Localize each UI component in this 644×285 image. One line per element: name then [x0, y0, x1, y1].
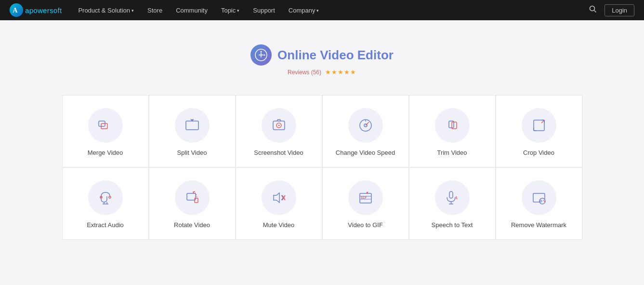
- remove-watermark-icon: [530, 189, 548, 207]
- video-to-gif-icon: GIF: [356, 189, 375, 207]
- nav-store[interactable]: Store: [141, 0, 169, 20]
- svg-point-1: [590, 6, 595, 11]
- svg-text:GIF: GIF: [361, 196, 367, 200]
- tool-rotate-video[interactable]: Rotate Video: [149, 167, 236, 240]
- tool-change-video-speed[interactable]: Change Video Speed: [322, 95, 409, 167]
- remove-watermark-icon-wrapper: [522, 180, 556, 215]
- logo-text: apowersoft: [25, 6, 62, 14]
- extract-audio-icon: [96, 189, 115, 207]
- screenshot-video-label: Screenshot Video: [249, 149, 308, 157]
- svg-line-2: [594, 11, 596, 13]
- reviews-label: Reviews (56): [288, 69, 321, 76]
- extract-audio-label: Extract Audio: [82, 221, 129, 230]
- nav-community[interactable]: Community: [169, 0, 214, 20]
- svg-point-31: [109, 196, 111, 198]
- app-title: Online Video Editor: [277, 48, 394, 63]
- tool-speech-to-text[interactable]: A Speech to Text: [409, 167, 496, 240]
- mute-video-icon-wrapper: [262, 180, 296, 215]
- split-video-label: Split Video: [172, 149, 212, 157]
- speech-to-text-label: Speech to Text: [427, 221, 478, 230]
- tool-remove-watermark[interactable]: Remove Watermark: [496, 167, 582, 240]
- trim-video-icon: [443, 116, 461, 135]
- tool-trim-video[interactable]: Trim Video: [409, 95, 496, 167]
- svg-point-6: [261, 51, 262, 53]
- nav-right: Login: [587, 3, 634, 17]
- nav-support[interactable]: Support: [246, 0, 282, 20]
- nav-product-solution[interactable]: Product & Solution ▾: [71, 0, 141, 20]
- tool-extract-audio[interactable]: Extract Audio: [62, 167, 149, 240]
- rotate-video-label: Rotate Video: [169, 221, 215, 230]
- remove-watermark-label: Remove Watermark: [506, 221, 571, 230]
- nav-topic[interactable]: Topic ▾: [214, 0, 246, 20]
- svg-text:A: A: [13, 6, 18, 14]
- rotate-video-icon: [183, 189, 201, 207]
- logo-icon: A: [10, 3, 23, 17]
- tools-row-2: Extract Audio Rotate Video: [57, 167, 587, 240]
- tool-screenshot-video[interactable]: Screenshot Video: [236, 95, 322, 167]
- search-icon[interactable]: [587, 3, 599, 17]
- change-video-speed-icon-wrapper: [348, 108, 383, 143]
- speech-to-text-icon: A: [443, 189, 461, 207]
- main-content: Online Video Editor Reviews (56) ★★★★★ M…: [0, 20, 644, 254]
- chevron-down-icon: ▾: [237, 8, 239, 13]
- merge-video-icon: [96, 116, 115, 135]
- app-icon: [250, 44, 272, 66]
- svg-text:A: A: [454, 195, 458, 200]
- video-to-gif-label: Video to GIF: [343, 221, 388, 230]
- nav-company[interactable]: Company ▾: [282, 0, 326, 20]
- crop-video-label: Crop Video: [518, 149, 559, 157]
- navbar: A apowersoft Product & Solution ▾ Store …: [0, 0, 644, 20]
- nav-items: Product & Solution ▾ Store Community Top…: [71, 0, 587, 20]
- change-video-speed-label: Change Video Speed: [331, 149, 400, 157]
- rotate-video-icon-wrapper: [175, 180, 210, 215]
- tool-merge-video[interactable]: Merge Video: [62, 95, 149, 167]
- tool-split-video[interactable]: Split Video: [149, 95, 236, 167]
- trim-video-label: Trim Video: [432, 149, 472, 157]
- split-video-icon: [183, 116, 201, 135]
- speech-to-text-icon-wrapper: A: [435, 180, 470, 215]
- chevron-down-icon: ▾: [131, 8, 134, 13]
- extract-audio-icon-wrapper: [88, 180, 123, 215]
- tool-mute-video[interactable]: Mute Video: [236, 167, 322, 240]
- tools-container: Merge Video Split Video: [57, 95, 587, 240]
- merge-video-icon-wrapper: [88, 108, 123, 143]
- svg-rect-43: [449, 191, 453, 198]
- svg-point-14: [278, 124, 279, 126]
- svg-marker-34: [274, 193, 279, 203]
- svg-rect-10: [186, 121, 198, 130]
- logo[interactable]: A apowersoft: [10, 3, 62, 17]
- login-button[interactable]: Login: [605, 4, 634, 16]
- mute-video-icon: [270, 189, 288, 207]
- svg-point-7: [264, 54, 265, 56]
- video-to-gif-icon-wrapper: GIF: [348, 180, 383, 215]
- star-rating: ★★★★★: [325, 68, 356, 76]
- tool-video-to-gif[interactable]: GIF Video to GIF: [322, 167, 409, 240]
- app-header-top: Online Video Editor: [250, 44, 394, 66]
- change-video-speed-icon: [356, 116, 375, 135]
- merge-video-label: Merge Video: [83, 149, 128, 157]
- screenshot-video-icon: [270, 116, 288, 135]
- tools-row-1: Merge Video Split Video: [57, 95, 587, 167]
- mute-video-label: Mute Video: [258, 221, 300, 230]
- screenshot-video-icon-wrapper: [262, 108, 296, 143]
- split-video-icon-wrapper: [175, 108, 210, 143]
- app-reviews: Reviews (56) ★★★★★: [288, 68, 356, 76]
- svg-line-26: [541, 120, 544, 123]
- chevron-down-icon: ▾: [316, 8, 319, 13]
- trim-video-icon-wrapper: [435, 108, 470, 143]
- crop-video-icon: [530, 116, 548, 135]
- app-header: Online Video Editor Reviews (56) ★★★★★: [250, 44, 394, 76]
- tool-crop-video[interactable]: Crop Video: [496, 95, 582, 167]
- crop-video-icon-wrapper: [522, 108, 556, 143]
